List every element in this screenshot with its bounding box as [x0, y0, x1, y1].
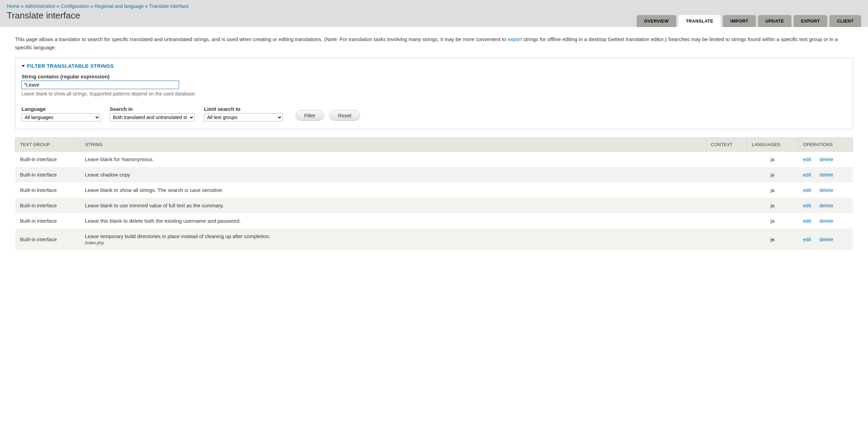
th-context: Context	[706, 138, 747, 152]
cell-operations: editdelete	[798, 229, 853, 250]
page-content: This page allows a translator to search …	[0, 27, 868, 258]
cell-operations: editdelete	[798, 213, 853, 229]
tabs: OverviewTranslateImportUpdateExportClien…	[637, 15, 861, 27]
limit-select[interactable]: All text groups	[204, 113, 283, 121]
limit-col: Limit search to All text groups	[204, 106, 283, 121]
breadcrumb-link[interactable]: Regional and language	[95, 3, 144, 9]
cell-context	[706, 182, 747, 198]
string-field-group: String contains (regular expression) Lea…	[22, 74, 846, 96]
results-table: Text group String Context Languages Oper…	[15, 138, 853, 250]
table-row: Built-in interfaceLeave shadow copyjaedi…	[15, 167, 853, 182]
filter-fieldset: Filter translatable strings String conta…	[15, 58, 853, 129]
cell-context	[706, 229, 747, 250]
header-bar: Home»Administration»Configuration»Region…	[0, 0, 868, 27]
breadcrumb-separator: »	[145, 3, 148, 9]
tab-export[interactable]: Export	[794, 15, 827, 27]
cell-string: Leave blank to use trimmed value of full…	[80, 198, 706, 213]
cell-operations: editdelete	[798, 198, 853, 213]
breadcrumb-link[interactable]: Configuration	[61, 3, 89, 9]
string-contains-help: Leave blank to show all strings. Support…	[22, 91, 846, 96]
table-header-row: Text group String Context Languages Oper…	[15, 138, 853, 152]
edit-link[interactable]: edit	[803, 203, 811, 208]
table-row: Built-in interfaceLeave blank to show al…	[15, 182, 853, 198]
delete-link[interactable]: delete	[819, 203, 833, 208]
string-contains-input[interactable]	[22, 81, 179, 89]
tab-update[interactable]: Update	[758, 15, 791, 27]
cell-string: Leave this blank to delete both the exis…	[80, 213, 706, 229]
delete-link[interactable]: delete	[819, 156, 833, 162]
string-contains-label: String contains (regular expression)	[22, 74, 846, 79]
filter-row: Language All languages Search in Both tr…	[22, 106, 846, 121]
breadcrumb-link[interactable]: Translate interface	[149, 3, 189, 9]
limit-label: Limit search to	[204, 106, 283, 112]
cell-operations: editdelete	[798, 152, 853, 167]
reset-button[interactable]: Reset	[329, 110, 360, 121]
intro-pre: This page allows a translator to search …	[15, 36, 508, 42]
edit-link[interactable]: edit	[803, 187, 811, 193]
language-select[interactable]: All languages	[22, 113, 100, 121]
th-string: String	[80, 138, 706, 152]
chevron-down-icon	[22, 65, 25, 67]
edit-link[interactable]: edit	[803, 236, 811, 242]
fieldset-legend-text: Filter translatable strings	[27, 63, 114, 69]
table-row: Built-in interfaceLeave this blank to de…	[15, 213, 853, 229]
tab-client[interactable]: Client	[829, 15, 861, 27]
filter-button[interactable]: Filter	[296, 110, 324, 121]
breadcrumb-separator: »	[21, 3, 24, 9]
cell-text-group: Built-in interface	[15, 229, 80, 250]
edit-link[interactable]: edit	[803, 172, 811, 178]
searchin-label: Search in	[110, 106, 194, 112]
intro-text: This page allows a translator to search …	[15, 35, 853, 52]
filter-buttons: Filter Reset	[296, 110, 360, 121]
th-operations: Operations	[798, 138, 853, 152]
cell-text-group: Built-in interface	[15, 152, 80, 167]
th-languages: Languages	[747, 138, 798, 152]
breadcrumb-link[interactable]: Home	[7, 3, 19, 9]
delete-link[interactable]: delete	[819, 172, 833, 178]
breadcrumb-link[interactable]: Administration	[25, 3, 55, 9]
delete-link[interactable]: delete	[819, 218, 833, 224]
cell-string: Leave temporary build directories in pla…	[80, 229, 706, 250]
delete-link[interactable]: delete	[819, 236, 833, 242]
tab-overview[interactable]: Overview	[637, 15, 676, 27]
cell-text-group: Built-in interface	[15, 167, 80, 182]
table-row: Built-in interfaceLeave blank for %anony…	[15, 152, 853, 167]
searchin-select[interactable]: Both translated and untranslated st	[110, 113, 194, 121]
table-row: Built-in interfaceLeave blank to use tri…	[15, 198, 853, 213]
cell-context	[706, 198, 747, 213]
cell-string: Leave blank for %anonymous.	[80, 152, 706, 167]
cell-languages: ja	[747, 198, 798, 213]
table-row: Built-in interfaceLeave temporary build …	[15, 229, 853, 250]
cell-languages: ja	[747, 213, 798, 229]
cell-string: Leave shadow copy	[80, 167, 706, 182]
cell-context	[706, 152, 747, 167]
fieldset-toggle[interactable]: Filter translatable strings	[22, 63, 846, 69]
delete-link[interactable]: delete	[819, 187, 833, 193]
th-text-group: Text group	[15, 138, 80, 152]
cell-text-group: Built-in interface	[15, 182, 80, 198]
cell-text-group: Built-in interface	[15, 213, 80, 229]
edit-link[interactable]: edit	[803, 156, 811, 162]
cell-context	[706, 167, 747, 182]
breadcrumb: Home»Administration»Configuration»Region…	[7, 3, 861, 10]
cell-operations: editdelete	[798, 167, 853, 182]
cell-string-path: /index.php	[85, 240, 701, 245]
searchin-col: Search in Both translated and untranslat…	[110, 106, 194, 121]
export-link[interactable]: export	[508, 36, 522, 42]
cell-languages: ja	[747, 182, 798, 198]
cell-languages: ja	[747, 152, 798, 167]
cell-languages: ja	[747, 229, 798, 250]
tab-translate[interactable]: Translate	[678, 15, 721, 27]
breadcrumb-separator: »	[57, 3, 59, 9]
cell-operations: editdelete	[798, 182, 853, 198]
language-col: Language All languages	[22, 106, 100, 121]
language-label: Language	[22, 106, 100, 112]
tab-import[interactable]: Import	[723, 15, 756, 27]
cell-text-group: Built-in interface	[15, 198, 80, 213]
cell-context	[706, 213, 747, 229]
edit-link[interactable]: edit	[803, 218, 811, 224]
cell-languages: ja	[747, 167, 798, 182]
breadcrumb-separator: »	[91, 3, 93, 9]
cell-string: Leave blank to show all strings. The sea…	[80, 182, 706, 198]
